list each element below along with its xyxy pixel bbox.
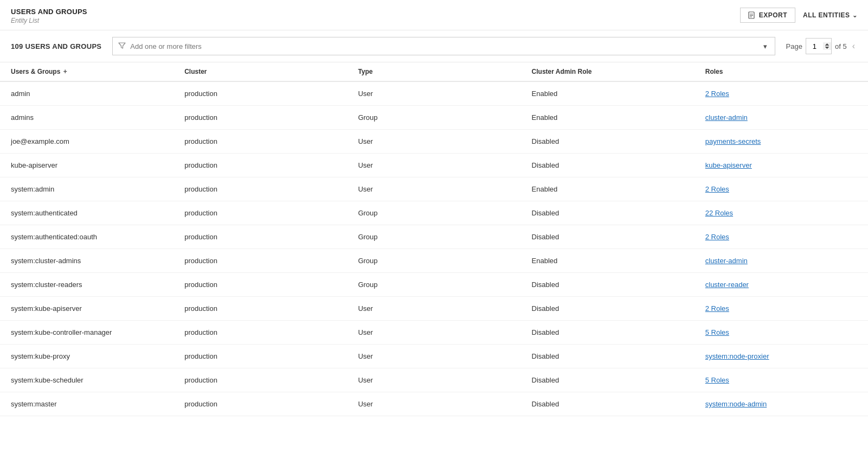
role-link[interactable]: kube-apiserver [705, 161, 752, 169]
cell-cluster: production [173, 81, 347, 106]
all-entities-label: ALL ENTITIES [803, 11, 850, 19]
export-label: EXPORT [759, 11, 787, 19]
cell-user: system:authenticated [0, 201, 173, 225]
cell-user: admins [0, 106, 173, 130]
toolbar: 109 USERS AND GROUPS ▾ Page of 5 ‹ [0, 30, 868, 62]
cell-user: system:kube-apiserver [0, 297, 173, 321]
cell-cluster: production [173, 154, 347, 177]
table-body: adminproductionUserEnabled2 Rolesadminsp… [0, 81, 868, 416]
cell-roles[interactable]: 2 Roles [695, 177, 868, 201]
top-bar: USERS AND GROUPS Entity List EXPORT ALL … [0, 0, 868, 30]
cell-roles[interactable]: system:node-proxier [695, 345, 868, 368]
table-row: system:authenticatedproductionGroupDisab… [0, 201, 868, 225]
role-link[interactable]: system:node-proxier [705, 352, 769, 360]
cell-type: User [347, 177, 520, 201]
filter-icon [118, 42, 126, 51]
col-header-type: Type [347, 62, 520, 81]
cell-admin-role: Enabled [521, 249, 695, 273]
table-row: system:masterproductionUserDisabledsyste… [0, 392, 868, 416]
cell-type: User [347, 297, 520, 321]
cell-type: User [347, 345, 520, 368]
col-header-user: Users & Groups + [0, 62, 173, 81]
cell-type: User [347, 392, 520, 416]
cell-cluster: production [173, 297, 347, 321]
cell-roles[interactable]: 5 Roles [695, 368, 868, 392]
cell-user: kube-apiserver [0, 154, 173, 177]
table-row: system:adminproductionUserEnabled2 Roles [0, 177, 868, 201]
cell-admin-role: Disabled [521, 345, 695, 368]
cell-roles[interactable]: kube-apiserver [695, 154, 868, 177]
role-link[interactable]: 5 Roles [705, 376, 729, 384]
cell-user: system:cluster-admins [0, 249, 173, 273]
cell-type: Group [347, 249, 520, 273]
cell-roles[interactable]: 2 Roles [695, 81, 868, 106]
cell-roles[interactable]: 2 Roles [695, 225, 868, 249]
table-row: adminproductionUserEnabled2 Roles [0, 81, 868, 106]
role-link[interactable]: 2 Roles [705, 233, 729, 241]
cell-roles[interactable]: cluster-reader [695, 273, 868, 297]
export-icon [748, 11, 756, 19]
top-bar-left: USERS AND GROUPS Entity List [11, 8, 87, 24]
cell-roles[interactable]: payments-secrets [695, 130, 868, 154]
all-entities-button[interactable]: ALL ENTITIES ⌄ [803, 11, 857, 19]
top-bar-right: EXPORT ALL ENTITIES ⌄ [740, 8, 857, 23]
role-link[interactable]: cluster-admin [705, 257, 748, 265]
role-link[interactable]: 2 Roles [705, 185, 729, 193]
cell-roles[interactable]: cluster-admin [695, 249, 868, 273]
cell-user: system:kube-proxy [0, 345, 173, 368]
role-link[interactable]: 5 Roles [705, 328, 729, 336]
table-row: system:kube-schedulerproductionUserDisab… [0, 368, 868, 392]
cell-roles[interactable]: 22 Roles [695, 201, 868, 225]
filter-input[interactable] [130, 42, 756, 50]
pagination-page-input[interactable] [806, 38, 832, 54]
cell-cluster: production [173, 345, 347, 368]
cell-roles[interactable]: 5 Roles [695, 321, 868, 345]
table-row: kube-apiserverproductionUserDisabledkube… [0, 154, 868, 177]
page-subtitle: Entity List [11, 17, 87, 24]
role-link[interactable]: cluster-reader [705, 281, 749, 289]
cell-admin-role: Disabled [521, 225, 695, 249]
cell-type: Group [347, 201, 520, 225]
cell-user: system:kube-controller-manager [0, 321, 173, 345]
cell-user: system:admin [0, 177, 173, 201]
role-link[interactable]: 2 Roles [705, 90, 729, 98]
table-row: system:kube-proxyproductionUserDisableds… [0, 345, 868, 368]
cell-type: User [347, 368, 520, 392]
table-row: system:authenticated:oauthproductionGrou… [0, 225, 868, 249]
role-link[interactable]: 22 Roles [705, 209, 733, 217]
export-button[interactable]: EXPORT [740, 8, 795, 23]
entity-count: 109 USERS AND GROUPS [11, 42, 101, 50]
cell-cluster: production [173, 249, 347, 273]
cell-type: Group [347, 273, 520, 297]
cell-cluster: production [173, 177, 347, 201]
filter-dropdown-button[interactable]: ▾ [761, 42, 769, 50]
role-link[interactable]: system:node-admin [705, 400, 767, 408]
pagination-prev-button[interactable]: ‹ [850, 41, 857, 51]
cell-admin-role: Enabled [521, 177, 695, 201]
chevron-down-icon: ⌄ [852, 12, 858, 19]
cell-user: joe@example.com [0, 130, 173, 154]
cell-user: system:master [0, 392, 173, 416]
role-link[interactable]: 2 Roles [705, 304, 729, 313]
cell-admin-role: Disabled [521, 392, 695, 416]
page-title: USERS AND GROUPS [11, 8, 87, 16]
cell-cluster: production [173, 273, 347, 297]
role-link[interactable]: cluster-admin [705, 113, 748, 122]
cell-user: system:cluster-readers [0, 273, 173, 297]
table-row: system:cluster-adminsproductionGroupEnab… [0, 249, 868, 273]
cell-cluster: production [173, 130, 347, 154]
cell-type: User [347, 321, 520, 345]
cell-cluster: production [173, 321, 347, 345]
table-row: system:kube-apiserverproductionUserDisab… [0, 297, 868, 321]
cell-admin-role: Disabled [521, 201, 695, 225]
col-header-admin-role: Cluster Admin Role [521, 62, 695, 81]
table-row: joe@example.comproductionUserDisabledpay… [0, 130, 868, 154]
filter-bar: ▾ [112, 37, 775, 55]
cell-type: User [347, 81, 520, 106]
cell-roles[interactable]: system:node-admin [695, 392, 868, 416]
cell-roles[interactable]: cluster-admin [695, 106, 868, 130]
cell-roles[interactable]: 2 Roles [695, 297, 868, 321]
cell-type: Group [347, 225, 520, 249]
pagination-of: of 5 [835, 42, 847, 50]
role-link[interactable]: payments-secrets [705, 137, 761, 145]
